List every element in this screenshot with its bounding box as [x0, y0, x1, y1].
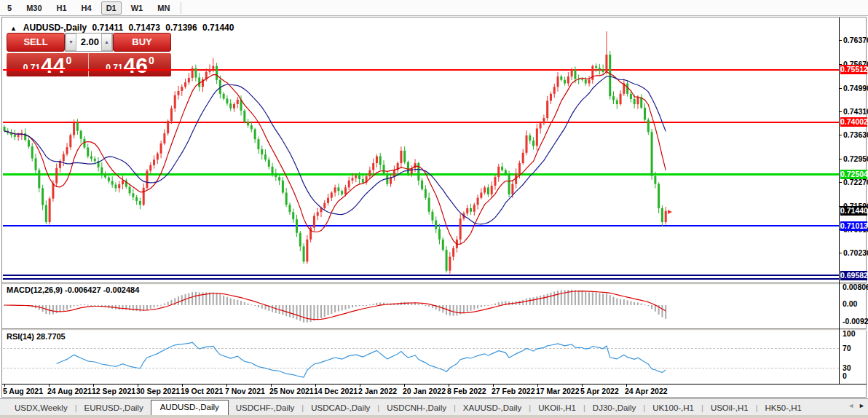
price-tick-label: 0.74310 — [843, 108, 868, 116]
date-tick-label: 17 Mar 2022 — [536, 387, 580, 395]
macd-axis-label: -0.00928 — [843, 318, 868, 326]
price-badge: 0.69582 — [840, 271, 867, 280]
price-badge: 0.74002 — [840, 117, 867, 127]
date-tick-label: 14 Dec 2021 — [314, 387, 358, 395]
date-tick-label: 24 Apr 2022 — [625, 387, 668, 395]
chart-tab-bar: USDX,Weekly|EURUSD-,DailyAUDUSD-,DailyUS… — [0, 398, 868, 415]
price-badge: 0.75512 — [840, 65, 867, 74]
chart-tab-usdcnhdaily[interactable]: USDCNH-,Daily — [379, 401, 454, 415]
chart-tab-dj30daily[interactable]: DJ30-,Daily — [585, 401, 643, 415]
price-tick-label: 0.76370 — [843, 36, 868, 44]
price-tick-mark — [839, 135, 842, 135]
toolbar-separator — [181, 2, 181, 14]
date-tick-label: 19 Oct 2021 — [181, 387, 223, 395]
price-axis-divider — [839, 17, 840, 384]
date-tick-label: 2 Jan 2022 — [358, 387, 397, 395]
price-tick-label: 0.74990 — [843, 84, 868, 92]
chart-tab-usdcaddaily[interactable]: USDCAD-,Daily — [304, 401, 377, 415]
date-tick-label: 12 Sep 2021 — [92, 387, 135, 395]
status-strip — [0, 415, 868, 418]
price-tick-label: 0.72950 — [843, 155, 868, 163]
price-tick-label: 0.70230 — [843, 249, 868, 257]
date-tick-label: 30 Sep 2021 — [136, 387, 180, 395]
rsi-axis-label: 100 — [843, 330, 856, 338]
date-tick-label: 8 Feb 2022 — [447, 387, 486, 395]
trading-platform-screen: 5M30H1H4D1W1MN ▲ AUDUSD-,Daily 0.71411 0… — [0, 0, 868, 418]
chart-tab-eurusddaily[interactable]: EURUSD-,Daily — [77, 401, 151, 415]
timeframe-toolbar: 5M30H1H4D1W1MN — [0, 0, 868, 16]
chart-tab-xauusddaily[interactable]: XAUUSD-,Daily — [456, 401, 529, 415]
price-tick-mark — [839, 182, 842, 183]
date-tick-label: 5 Aug 2021 — [3, 387, 43, 395]
price-tick-mark — [839, 88, 842, 89]
chart-tab-audusddaily[interactable]: AUDUSD-,Daily — [151, 400, 229, 415]
chart-tab-hk50h1[interactable]: HK50-,H1 — [758, 401, 810, 415]
chart-tab-uk100h1[interactable]: UK100-,H1 — [645, 401, 701, 415]
timeframe-button-h1[interactable]: H1 — [52, 1, 72, 15]
chart-tab-usoilh1[interactable]: USOil-,H1 — [703, 401, 756, 415]
timeframe-button-w1[interactable]: W1 — [126, 1, 149, 15]
price-tick-mark — [839, 159, 842, 159]
timeframe-button-5[interactable]: 5 — [2, 1, 17, 15]
date-tick-label: 20 Jan 2022 — [403, 387, 446, 395]
tab-scroll-right-icon[interactable]: ► — [859, 402, 865, 409]
rsi-panel[interactable] — [3, 331, 839, 382]
tab-scroll-arrows: ◄► — [848, 402, 865, 409]
date-tick-label: 25 Nov 2021 — [269, 387, 314, 395]
timeframe-button-m30[interactable]: M30 — [21, 1, 47, 15]
rsi-axis-label: 0 — [843, 372, 847, 380]
price-tick-mark — [839, 40, 842, 41]
price-tick-mark — [839, 253, 842, 253]
date-tick-label: 5 Apr 2022 — [580, 387, 619, 395]
rsi-axis-label: 70 — [843, 344, 851, 352]
macd-axis-label: 0.00 — [843, 300, 857, 308]
macd-axis-label: 0.008061 — [843, 283, 868, 291]
chart-tab-usdchfdaily[interactable]: USDCHF-,Daily — [229, 401, 302, 415]
price-badge: 0.71440 — [840, 206, 867, 216]
timeframe-button-h4[interactable]: H4 — [76, 1, 97, 15]
date-tick-label: 24 Aug 2021 — [47, 387, 92, 395]
price-tick-label: 0.72270 — [843, 178, 868, 186]
price-tick-label: 0.73630 — [843, 131, 868, 139]
price-badge: 0.71013 — [840, 221, 867, 231]
date-tick-label: 7 Nov 2021 — [225, 387, 265, 395]
tab-scroll-left-icon[interactable]: ◄ — [848, 402, 854, 409]
chart-tab-ukoilh1[interactable]: UKOil-,H1 — [531, 401, 583, 415]
time-axis-divider — [2, 384, 867, 385]
chart-tab-usdxweekly[interactable]: USDX,Weekly — [7, 401, 75, 415]
timeframe-button-mn[interactable]: MN — [152, 1, 175, 15]
timeframe-button-d1[interactable]: D1 — [101, 1, 122, 15]
price-tick-mark — [839, 111, 842, 112]
main-price-chart[interactable] — [3, 19, 839, 283]
date-tick-label: 27 Feb 2022 — [492, 387, 535, 395]
price-badge: 0.72504 — [840, 170, 867, 179]
macd-panel[interactable] — [3, 285, 839, 328]
